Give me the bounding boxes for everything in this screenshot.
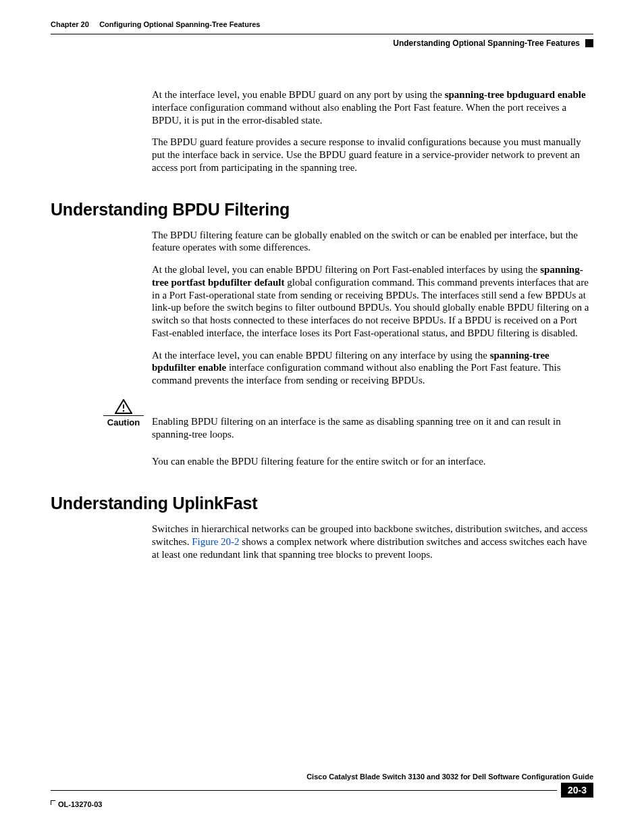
- heading-bpdu-filtering: Understanding BPDU Filtering: [51, 200, 593, 219]
- footer-tick-icon: [51, 800, 55, 805]
- document-page: Chapter 20 Configuring Optional Spanning…: [0, 0, 644, 834]
- page-footer: Cisco Catalyst Blade Switch 3130 and 303…: [51, 773, 593, 808]
- caution-icon: [99, 399, 148, 414]
- page-number-badge: 20-3: [561, 783, 593, 798]
- intro-paragraph-2: The BPDU guard feature provides a secure…: [152, 136, 593, 174]
- caution-label: Caution: [99, 417, 148, 427]
- uplinkfast-paragraph-1: Switches in hierarchical networks can be…: [152, 523, 593, 561]
- footer-doc-id: OL-13270-03: [58, 800, 102, 808]
- chapter-title: Configuring Optional Spanning-Tree Featu…: [99, 20, 260, 28]
- footer-book-title: Cisco Catalyst Blade Switch 3130 and 303…: [306, 773, 593, 781]
- caution-text: Enabling BPDU filtering on an interface …: [152, 399, 593, 441]
- intro-paragraph-1: At the interface level, you enable BPDU …: [152, 88, 593, 126]
- command-text: spanning-tree bpduguard enable: [445, 89, 586, 100]
- bpdu-paragraph-2: At the global level, you can enable BPDU…: [152, 263, 593, 340]
- page-header: Chapter 20 Configuring Optional Spanning…: [51, 20, 593, 48]
- caution-block: Caution Enabling BPDU filtering on an in…: [152, 399, 593, 441]
- heading-uplinkfast: Understanding UplinkFast: [51, 494, 593, 513]
- header-marker-icon: [585, 39, 593, 47]
- body-column: At the interface level, you enable BPDU …: [152, 88, 593, 174]
- bpdu-paragraph-1: The BPDU filtering feature can be global…: [152, 229, 593, 255]
- header-section-title: Understanding Optional Spanning-Tree Fea…: [393, 38, 580, 48]
- chapter-label: Chapter 20: [51, 20, 89, 28]
- bpdu-paragraph-3: At the interface level, you can enable B…: [152, 349, 593, 387]
- bpdu-paragraph-4: You can enable the BPDU filtering featur…: [152, 455, 593, 468]
- svg-point-2: [123, 410, 125, 412]
- figure-link[interactable]: Figure 20-2: [192, 536, 239, 547]
